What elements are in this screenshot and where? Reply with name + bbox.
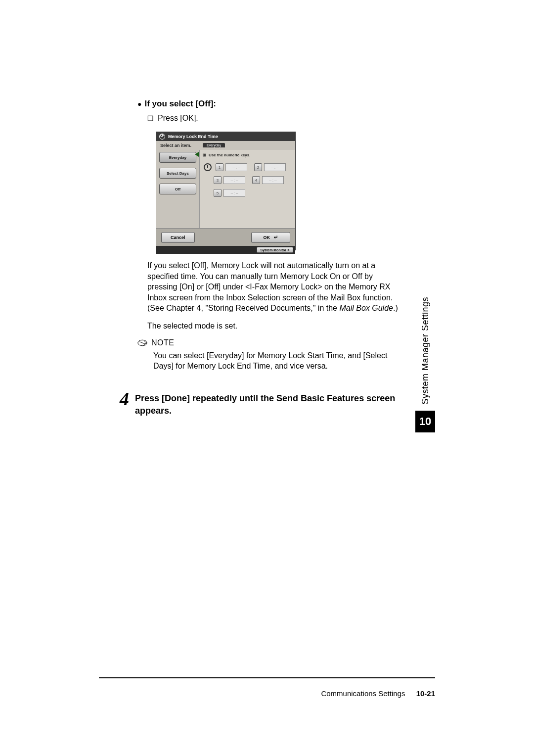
paragraph-mode-set: The selected mode is set. — [147, 321, 400, 331]
slot-1[interactable]: 1 — [216, 163, 223, 171]
note-text: You can select [Everyday] for Memory Loc… — [153, 350, 400, 372]
ui-screenshot: Memory Lock End Time Select an item. Eve… — [156, 132, 296, 250]
tab-off[interactable]: Off — [159, 184, 196, 194]
cancel-button[interactable]: Cancel — [161, 232, 195, 243]
time-field-5[interactable]: -- : -- — [223, 189, 245, 197]
time-field-4[interactable]: -- : -- — [262, 176, 284, 184]
system-monitor-label: System Monitor — [260, 248, 286, 252]
note-icon — [137, 339, 147, 346]
slot-5[interactable]: 5 — [214, 189, 222, 197]
screenshot-left-tabs: Everyday Select Days Off — [156, 150, 200, 228]
system-monitor-button[interactable]: System Monitor ▸ — [257, 247, 293, 253]
chapter-side-number: 10 — [415, 411, 435, 432]
keypad-icon: ⊞ — [203, 153, 207, 157]
slot-3[interactable]: 3 — [214, 176, 222, 184]
step-text: Press [Done] repeatedly until the Send B… — [135, 389, 397, 417]
page-footer: Communications Settings 10-21 — [99, 677, 435, 698]
tab-select-days[interactable]: Select Days — [159, 168, 196, 179]
screenshot-right-panel: Everyday ⊞ Use the numeric keys. 1 -- : … — [200, 150, 295, 228]
footer-section: Communications Settings — [321, 689, 405, 698]
refresh-icon — [159, 134, 165, 140]
sub-bullet-press-ok: Press [OK]. — [147, 114, 435, 123]
screenshot-statusbar: System Monitor ▸ — [156, 246, 295, 254]
time-field-3[interactable]: -- : -- — [223, 176, 245, 184]
clock-icon — [204, 163, 212, 171]
footer-divider — [99, 677, 435, 679]
step-4: 4 Press [Done] repeatedly until the Send… — [120, 389, 435, 417]
time-field-1[interactable]: -- : -- — [225, 163, 247, 171]
slot-2[interactable]: 2 — [254, 163, 262, 171]
chapter-side-tab: System Manager Settings 10 — [415, 297, 435, 432]
screenshot-subtitle: Select an item. — [156, 141, 295, 150]
paragraph-explanation: If you select [Off], Memory Lock will no… — [147, 260, 400, 314]
right-panel-tab: Everyday — [203, 143, 225, 147]
page-number: 10-21 — [416, 689, 435, 698]
numeric-hint: ⊞ Use the numeric keys. — [200, 150, 295, 159]
bullet-heading: If you select [Off]: — [137, 99, 435, 109]
ok-button[interactable]: OK — [251, 232, 291, 243]
chapter-side-text: System Manager Settings — [420, 297, 431, 405]
screenshot-footer: Cancel OK — [156, 228, 295, 246]
note-header: NOTE — [137, 338, 435, 347]
hint-text: Use the numeric keys. — [209, 153, 250, 157]
time-field-2[interactable]: -- : -- — [264, 163, 286, 171]
step-number: 4 — [120, 389, 129, 408]
note-label: NOTE — [151, 338, 174, 347]
svg-line-1 — [139, 341, 145, 344]
slot-4[interactable]: 4 — [252, 176, 260, 184]
screenshot-titlebar: Memory Lock End Time — [156, 132, 295, 141]
arrow-icon — [195, 152, 199, 157]
tab-everyday[interactable]: Everyday — [159, 152, 196, 163]
screenshot-title: Memory Lock End Time — [168, 134, 218, 139]
